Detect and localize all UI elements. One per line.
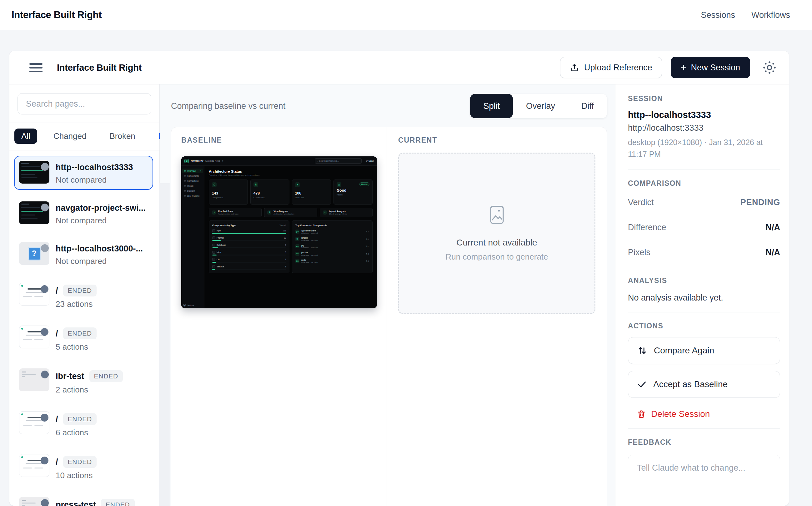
session-thumbnail [19,411,49,434]
list-item-session[interactable]: http--localhost3333 Not compared [14,156,153,190]
theme-toggle-button[interactable] [762,60,778,76]
session-thumbnail-broken: ? [19,242,49,265]
upload-icon [570,63,579,72]
preview-search: ⌕ Search components... [315,158,362,164]
image-placeholder-icon [490,205,504,225]
card-body: All Changed Broken Live http--localhost3… [9,84,789,506]
baseline-pane: BASELINE ▣ NavGator / Atomize News ▾ ⌕ S… [171,127,387,506]
nav-workflows[interactable]: Workflows [751,10,790,20]
sidebar-scrollbar[interactable] [159,183,170,506]
preview-logo-icon: ▣ [184,159,189,163]
status-dot [40,456,48,465]
status-dot [41,370,49,378]
ended-badge: ENDED [89,370,123,382]
status-dot [41,203,49,212]
broken-image-icon: ? [28,247,41,260]
verdict-row: Verdict PENDING [628,190,780,215]
status-dot [40,285,48,293]
ended-badge: ENDED [63,413,97,425]
current-pane: CURRENT Current not available Run compar… [387,127,607,506]
delete-session-button[interactable]: Delete Session [628,409,710,419]
top-nav: Sessions Workflows [701,10,790,20]
difference-row: Difference N/A [628,215,780,240]
actions-section-label: ACTIONS [628,322,780,330]
verdict-value: PENDING [740,198,780,207]
preview-components-by-type: Components by Type View all Npm 109 [209,221,289,273]
baseline-screenshot: ▣ NavGator / Atomize News ▾ ⌕ Search com… [181,156,377,308]
current-empty-title: Current not available [456,238,537,248]
filter-changed[interactable]: Changed [46,129,93,144]
filter-all[interactable]: All [14,129,37,144]
comparison-section-label: COMPARISON [628,179,780,188]
status-dot [41,499,49,506]
mode-split[interactable]: Split [470,94,513,118]
plus-icon: + [681,62,687,72]
comparison-status-text: Comparing baseline vs current [171,101,285,111]
compare-again-button[interactable]: Compare Again [628,337,780,364]
preview-main: Architecture Status Overview of Atomize … [204,166,377,308]
app-top-bar: Interface Built Right Sessions Workflows [0,0,812,30]
app-title: Interface Built Right [12,9,102,21]
baseline-label: BASELINE [181,136,377,145]
preview-topbar: ▣ NavGator / Atomize News ▾ ⌕ Search com… [181,156,377,166]
list-item-session[interactable]: / ENDED 10 actions [14,449,153,485]
status-dot [41,163,49,171]
mode-overlay[interactable]: Overlay [513,94,568,118]
session-thumbnail [19,283,49,306]
feedback-section-label: FEEDBACK [628,438,780,446]
current-label: CURRENT [398,136,595,145]
main-card: Interface Built Right Upload Reference +… [9,51,789,506]
menu-icon[interactable] [29,61,42,74]
session-detail-panel: SESSION http--localhost3333 http://local… [615,84,789,506]
compare-arrows-icon [637,345,647,356]
list-item-session[interactable]: navgator-project-swi... Not compared [14,196,153,231]
preview-sidebar: Overview Components Connections Impact D… [181,166,204,308]
project-title: Interface Built Right [57,63,141,73]
session-url: http://localhost:3333 [628,123,780,133]
divider [628,169,780,170]
ended-badge: ENDED [101,499,135,506]
divider [628,267,780,267]
list-item-session[interactable]: ? http--localhost3000-... Not compared [14,237,153,271]
session-thumbnail [19,326,49,348]
list-item-session[interactable]: / ENDED 5 actions [14,321,153,357]
header-actions: Upload Reference + New Session [560,57,778,78]
session-thumbnail [19,161,49,184]
divider [628,312,780,313]
nav-sessions[interactable]: Sessions [701,10,735,20]
list-item-session[interactable]: ibr-test ENDED 2 actions [14,363,153,400]
pixels-row: Pixels N/A [628,240,780,265]
list-item-session[interactable]: / ENDED 6 actions [14,406,153,442]
list-item-session[interactable]: press-test ENDED 1 action [14,492,153,506]
current-empty-subtitle: Run comparison to generate [445,252,548,262]
session-thumbnail [19,454,49,477]
ended-badge: ENDED [63,284,97,297]
filter-broken[interactable]: Broken [103,129,142,144]
comparison-area: Comparing baseline vs current Split Over… [160,84,615,506]
status-dot [40,328,48,336]
difference-value: N/A [766,223,781,232]
split-compare-panel: BASELINE ▣ NavGator / Atomize News ▾ ⌕ S… [171,127,607,506]
view-mode-toggle: Split Overlay Diff [470,94,607,118]
ended-badge: ENDED [63,456,97,468]
session-meta: desktop (1920×1080) · Jan 31, 2026 at 11… [628,137,780,160]
ended-badge: ENDED [63,327,97,339]
pixels-value: N/A [766,248,781,257]
new-session-button[interactable]: + New Session [671,57,750,78]
search-input[interactable] [17,93,151,114]
session-thumbnail [19,497,49,506]
upload-reference-button[interactable]: Upload Reference [560,57,662,78]
list-item-session[interactable]: / ENDED 23 actions [14,278,153,314]
session-name: http--localhost3333 [628,110,780,120]
pages-sidebar: All Changed Broken Live http--localhost3… [9,84,160,506]
accept-baseline-button[interactable]: Accept as Baseline [628,371,780,398]
mode-diff[interactable]: Diff [568,94,607,118]
feedback-input[interactable] [628,455,780,506]
preview-scan-button: ⟳ Scan [366,160,374,162]
divider [628,428,780,429]
status-dot [41,244,49,252]
analysis-section-label: ANALYSIS [628,276,780,285]
current-placeholder: Current not available Run comparison to … [398,153,595,314]
comparison-header: Comparing baseline vs current Split Over… [171,94,607,118]
session-thumbnail [19,368,49,391]
